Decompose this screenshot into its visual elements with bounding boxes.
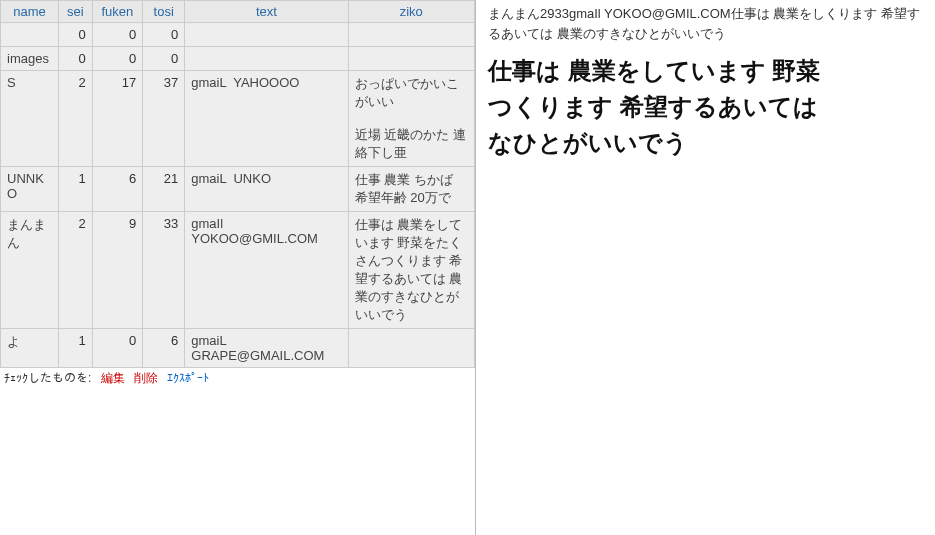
export-link[interactable]: ｴｸｽﾎﾟｰﾄ xyxy=(167,371,209,385)
cell-text: gmaiL UNKO xyxy=(185,167,348,212)
cell-sei: 1 xyxy=(58,329,92,368)
cell-fuken: 9 xyxy=(92,212,143,329)
table-header-row: name sei fuken tosi text ziko xyxy=(1,1,475,23)
footer-label: ﾁｪｯｸしたものを: xyxy=(4,371,91,385)
cell-text: gmaiL YAHOOOO xyxy=(185,71,348,167)
cell-tosi: 0 xyxy=(143,47,185,71)
cell-ziko: おっぱいでかいこがいい 近場 近畿のかた 連絡下し亜 xyxy=(348,71,474,167)
cell-tosi: 21 xyxy=(143,167,185,212)
table-row[interactable]: よ106gmaiL GRAPE@GMAIL.COM xyxy=(1,329,475,368)
cell-tosi: 0 xyxy=(143,23,185,47)
cell-text: gmaiL GRAPE@GMAIL.COM xyxy=(185,329,348,368)
cell-ziko xyxy=(348,329,474,368)
cell-tosi: 37 xyxy=(143,71,185,167)
detail-headline-2: つくります 希望するあいては xyxy=(488,89,927,125)
cell-name: S xyxy=(1,71,59,167)
col-header-name[interactable]: name xyxy=(13,4,46,19)
col-header-text[interactable]: text xyxy=(256,4,277,19)
edit-link[interactable]: 編集 xyxy=(101,371,125,385)
cell-ziko: 仕事は 農業をしています 野菜をたくさんつくります 希望するあいては 農業のすき… xyxy=(348,212,474,329)
cell-text: gmaIl YOKOO@GMIL.COM xyxy=(185,212,348,329)
cell-name: よ xyxy=(1,329,59,368)
cell-tosi: 33 xyxy=(143,212,185,329)
table-row[interactable]: S21737gmaiL YAHOOOOおっぱいでかいこがいい 近場 近畿のかた … xyxy=(1,71,475,167)
cell-text xyxy=(185,23,348,47)
cell-sei: 2 xyxy=(58,212,92,329)
cell-fuken: 17 xyxy=(92,71,143,167)
cell-text xyxy=(185,47,348,71)
cell-tosi: 6 xyxy=(143,329,185,368)
cell-ziko: 仕事 農業 ちかば 希望年齢 20万で xyxy=(348,167,474,212)
cell-ziko xyxy=(348,47,474,71)
cell-ziko xyxy=(348,23,474,47)
table-row[interactable]: images000 xyxy=(1,47,475,71)
detail-intro: まんまん2933gmaIl YOKOO@GMIL.COM仕事は 農業をしくります… xyxy=(488,4,927,43)
col-header-sei[interactable]: sei xyxy=(67,4,84,19)
cell-sei: 1 xyxy=(58,167,92,212)
table-row[interactable]: まんまん2933gmaIl YOKOO@GMIL.COM仕事は 農業をしています… xyxy=(1,212,475,329)
col-header-fuken[interactable]: fuken xyxy=(101,4,133,19)
col-header-tosi[interactable]: tosi xyxy=(154,4,174,19)
table-footer-actions: ﾁｪｯｸしたものを: 編集 削除 ｴｸｽﾎﾟｰﾄ xyxy=(0,368,475,389)
table-row[interactable]: 000 xyxy=(1,23,475,47)
table-row[interactable]: UNNKO1621gmaiL UNKO仕事 農業 ちかば 希望年齢 20万で xyxy=(1,167,475,212)
cell-sei: 0 xyxy=(58,47,92,71)
detail-headline-3: なひとがいいでう xyxy=(488,125,927,161)
delete-link[interactable]: 削除 xyxy=(134,371,158,385)
cell-fuken: 0 xyxy=(92,23,143,47)
cell-name xyxy=(1,23,59,47)
cell-sei: 0 xyxy=(58,23,92,47)
cell-fuken: 0 xyxy=(92,329,143,368)
cell-name: まんまん xyxy=(1,212,59,329)
data-table: name sei fuken tosi text ziko 000images0… xyxy=(0,0,475,368)
cell-fuken: 6 xyxy=(92,167,143,212)
cell-name: images xyxy=(1,47,59,71)
cell-name: UNNKO xyxy=(1,167,59,212)
cell-sei: 2 xyxy=(58,71,92,167)
cell-fuken: 0 xyxy=(92,47,143,71)
col-header-ziko[interactable]: ziko xyxy=(400,4,423,19)
detail-headline-1: 仕事は 農業をしています 野菜 xyxy=(488,53,927,89)
